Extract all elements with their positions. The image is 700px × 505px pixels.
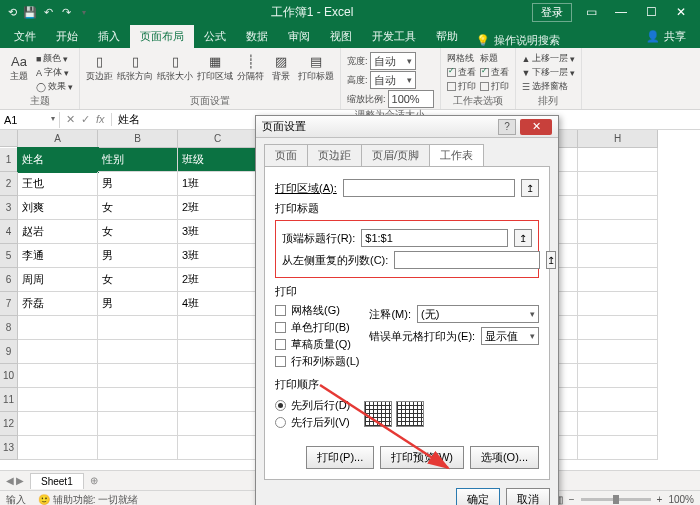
cell[interactable]: 赵岩: [18, 220, 98, 244]
cell[interactable]: 4班: [178, 292, 258, 316]
tab-developer[interactable]: 开发工具: [362, 25, 426, 48]
cols-repeat-range-button[interactable]: ↥: [546, 251, 556, 269]
over-down-radio[interactable]: 先行后列(V): [275, 415, 350, 430]
cell[interactable]: 班级: [178, 148, 258, 172]
cell[interactable]: [18, 436, 98, 460]
row-header[interactable]: 9: [0, 340, 18, 364]
tab-page-layout[interactable]: 页面布局: [130, 25, 194, 48]
grid-print-checkbox[interactable]: 打印: [447, 80, 476, 93]
print-area-button[interactable]: ▦打印区域: [197, 52, 233, 81]
theme-colors-button[interactable]: ■ 颜色 ▾: [36, 52, 73, 65]
tab-home[interactable]: 开始: [46, 25, 88, 48]
cell[interactable]: [578, 244, 658, 268]
cell[interactable]: [578, 196, 658, 220]
tab-file[interactable]: 文件: [4, 25, 46, 48]
print-button[interactable]: 打印(P)...: [306, 446, 374, 469]
draft-checkbox[interactable]: 草稿质量(Q): [275, 337, 359, 352]
print-titles-button[interactable]: ▤打印标题: [298, 52, 334, 81]
cell[interactable]: [18, 364, 98, 388]
cell[interactable]: [98, 316, 178, 340]
cell[interactable]: 李通: [18, 244, 98, 268]
orientation-button[interactable]: ▯纸张方向: [117, 52, 153, 81]
tab-insert[interactable]: 插入: [88, 25, 130, 48]
cell[interactable]: [178, 388, 258, 412]
cell[interactable]: 2班: [178, 268, 258, 292]
rows-repeat-input[interactable]: [361, 229, 508, 247]
tab-data[interactable]: 数据: [236, 25, 278, 48]
cell[interactable]: [178, 436, 258, 460]
col-header[interactable]: B: [98, 130, 178, 148]
cell[interactable]: [578, 364, 658, 388]
cell[interactable]: [578, 340, 658, 364]
cell[interactable]: 周周: [18, 268, 98, 292]
row-header[interactable]: 3: [0, 196, 18, 220]
cell[interactable]: 姓名: [18, 148, 98, 172]
selection-pane-button[interactable]: ☰ 选择窗格: [522, 80, 576, 93]
cancel-button[interactable]: 取消: [506, 488, 550, 505]
row-header[interactable]: 10: [0, 364, 18, 388]
save-icon[interactable]: 💾: [22, 4, 38, 20]
cell[interactable]: [578, 316, 658, 340]
qat-more-icon[interactable]: ▾: [76, 4, 92, 20]
zoom-level[interactable]: 100%: [668, 494, 694, 505]
row-header[interactable]: 4: [0, 220, 18, 244]
cell[interactable]: [578, 172, 658, 196]
cell[interactable]: [178, 412, 258, 436]
cell[interactable]: [98, 436, 178, 460]
down-over-radio[interactable]: 先列后行(D): [275, 398, 350, 413]
scale-height-combo[interactable]: 自动▾: [370, 71, 416, 89]
cell[interactable]: [18, 412, 98, 436]
print-preview-button[interactable]: 打印预览(W): [380, 446, 464, 469]
rows-repeat-range-button[interactable]: ↥: [514, 229, 532, 247]
tab-help[interactable]: 帮助: [426, 25, 468, 48]
row-header[interactable]: 6: [0, 268, 18, 292]
breaks-button[interactable]: ┊分隔符: [237, 52, 264, 81]
rowcol-checkbox[interactable]: 行和列标题(L): [275, 354, 359, 369]
col-header[interactable]: A: [18, 130, 98, 148]
cell[interactable]: [578, 148, 658, 172]
size-button[interactable]: ▯纸张大小: [157, 52, 193, 81]
close-button[interactable]: ✕: [666, 0, 696, 24]
row-header[interactable]: 13: [0, 436, 18, 460]
dlg-tab-sheet[interactable]: 工作表: [429, 144, 484, 166]
cell[interactable]: 王也: [18, 172, 98, 196]
row-header[interactable]: 1: [0, 148, 18, 172]
dialog-title-bar[interactable]: 页面设置 ? ✕: [256, 116, 558, 138]
row-header[interactable]: 12: [0, 412, 18, 436]
row-header[interactable]: 8: [0, 316, 18, 340]
new-sheet-button[interactable]: ⊕: [84, 473, 104, 488]
dlg-tab-margins[interactable]: 页边距: [307, 144, 362, 166]
cell[interactable]: 性别: [98, 148, 178, 172]
theme-fonts-button[interactable]: A 字体 ▾: [36, 66, 73, 79]
cell[interactable]: [578, 436, 658, 460]
comments-combo[interactable]: (无)▾: [417, 305, 539, 323]
bw-checkbox[interactable]: 单色打印(B): [275, 320, 359, 335]
login-button[interactable]: 登录: [532, 3, 572, 22]
cell[interactable]: 女: [98, 268, 178, 292]
send-backward-button[interactable]: ▼ 下移一层 ▾: [522, 66, 576, 79]
dlg-tab-page[interactable]: 页面: [264, 144, 308, 166]
background-button[interactable]: ▨背景: [268, 52, 294, 81]
cell[interactable]: [98, 388, 178, 412]
cell[interactable]: 男: [98, 292, 178, 316]
grid-view-checkbox[interactable]: 查看: [447, 66, 476, 79]
cell[interactable]: [578, 292, 658, 316]
sheet-nav-prev-icon[interactable]: ◀: [6, 475, 14, 486]
cell[interactable]: [578, 220, 658, 244]
ok-button[interactable]: 确定: [456, 488, 500, 505]
cell[interactable]: [578, 388, 658, 412]
col-header[interactable]: C: [178, 130, 258, 148]
cell[interactable]: 女: [98, 220, 178, 244]
margins-button[interactable]: ▯页边距: [86, 52, 113, 81]
cell[interactable]: 男: [98, 244, 178, 268]
ribbon-options-icon[interactable]: ▭: [576, 0, 606, 24]
cell[interactable]: 1班: [178, 172, 258, 196]
cell[interactable]: [98, 412, 178, 436]
tab-review[interactable]: 审阅: [278, 25, 320, 48]
dialog-close-button[interactable]: ✕: [520, 119, 552, 135]
print-area-input[interactable]: [343, 179, 515, 197]
cell[interactable]: [178, 364, 258, 388]
autosave-icon[interactable]: ⟲: [4, 4, 20, 20]
cell[interactable]: [18, 340, 98, 364]
tell-me-search[interactable]: 💡操作说明搜索: [476, 33, 560, 48]
